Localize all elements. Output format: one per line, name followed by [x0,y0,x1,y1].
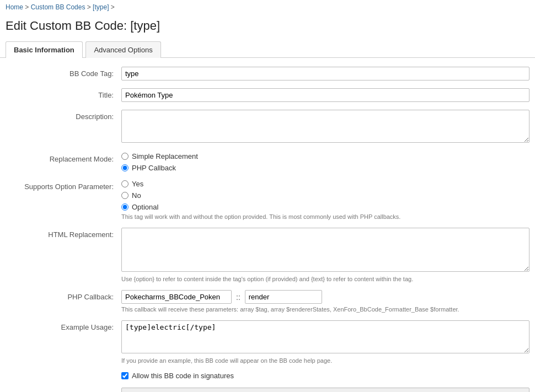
html-replacement-textarea[interactable] [121,228,529,272]
radio-optional-input[interactable] [121,203,129,211]
example-usage-textarea[interactable]: [type]electric[/type] [121,320,529,353]
description-label: Description: [6,110,121,121]
bb-code-tag-label: BB Code Tag: [6,67,121,78]
breadcrumb-custom-bb-codes[interactable]: Custom BB Codes [31,3,85,11]
php-callback-label: PHP Callback: [6,290,121,301]
replacement-mode-wrap: Simple Replacement PHP Callback [121,152,529,172]
replacement-mode-label: Replacement Mode: [6,152,121,163]
radio-yes[interactable]: Yes [121,180,529,188]
allow-signatures-checkbox-label[interactable]: Allow this BB code in signatures [121,372,529,380]
allow-signatures-row: Allow this BB code in signatures [6,372,529,380]
php-callback-inputs: :: [121,290,529,304]
radio-no[interactable]: No [121,191,529,200]
radio-php-input[interactable] [121,164,129,171]
bb-code-tag-wrap [121,67,529,80]
php-callback-wrap: :: This callback will receive these para… [121,290,529,313]
radio-yes-input[interactable] [121,180,129,187]
radio-simple-label: Simple Replacement [132,152,198,160]
form-body: BB Code Tag: Title: Description: Replace… [0,58,535,392]
description-wrap [121,110,529,144]
title-label: Title: [6,88,121,99]
radio-yes-label: Yes [132,180,143,188]
tab-advanced-options[interactable]: Advanced Options [85,41,160,58]
title-wrap [121,88,529,102]
php-callback-row: PHP Callback: :: This callback will rece… [6,290,529,313]
html-replacement-label: HTML Replacement: [6,228,121,239]
bb-code-tag-input[interactable] [121,67,529,80]
supports-option-label: Supports Option Parameter: [6,180,121,191]
example-usage-row: Example Usage: [type]electric[/type] If … [6,320,529,364]
description-textarea[interactable] [121,110,529,143]
radio-optional[interactable]: Optional [121,203,529,211]
allow-signatures-text: Allow this BB code in signatures [132,372,234,380]
allow-signatures-checkbox[interactable] [121,372,129,379]
title-row: Title: [6,88,529,102]
example-usage-label: Example Usage: [6,320,121,331]
radio-optional-label: Optional [132,203,158,211]
title-input[interactable] [121,88,529,102]
allow-signatures-wrap: Allow this BB code in signatures [121,372,529,380]
supports-option-wrap: Yes No Optional This tag will work with … [121,180,529,220]
replacement-mode-group: Simple Replacement PHP Callback [121,152,529,172]
addon-wrap [121,388,529,392]
page-title: Edit Custom BB Code: [type] [0,14,535,41]
breadcrumb-type[interactable]: [type] [93,3,109,11]
radio-php-callback[interactable]: PHP Callback [121,164,529,172]
supports-option-row: Supports Option Parameter: Yes No Option… [6,180,529,220]
radio-no-label: No [132,191,141,200]
description-row: Description: [6,110,529,144]
example-usage-wrap: [type]electric[/type] If you provide an … [121,320,529,364]
radio-no-input[interactable] [121,192,129,199]
html-replacement-help: Use {option} to refer to content inside … [121,276,529,282]
radio-simple-replacement[interactable]: Simple Replacement [121,152,529,160]
bb-code-tag-row: BB Code Tag: [6,67,529,80]
tab-basic-information[interactable]: Basic Information [6,41,83,58]
radio-php-label: PHP Callback [132,164,176,172]
supports-option-help: This tag will work with and without the … [121,213,529,220]
php-separator: :: [234,293,243,302]
tabs-container: Basic Information Advanced Options [0,41,535,58]
breadcrumb: Home > Custom BB Codes > [type] > [0,0,535,14]
html-replacement-row: HTML Replacement: Use {option} to refer … [6,228,529,282]
php-method-input[interactable] [245,290,322,304]
breadcrumb-home[interactable]: Home [6,3,23,11]
addon-row: Add-on: [6,388,529,392]
php-callback-help: This callback will receive these paramet… [121,306,529,313]
allow-signatures-label [6,372,121,374]
php-class-input[interactable] [121,290,232,304]
replacement-mode-row: Replacement Mode: Simple Replacement PHP… [6,152,529,172]
addon-select[interactable] [121,388,529,392]
addon-label: Add-on: [6,388,121,392]
supports-option-group: Yes No Optional [121,180,529,211]
html-replacement-wrap: Use {option} to refer to content inside … [121,228,529,282]
radio-simple-input[interactable] [121,153,129,160]
example-usage-help: If you provide an example, this BB code … [121,357,529,364]
